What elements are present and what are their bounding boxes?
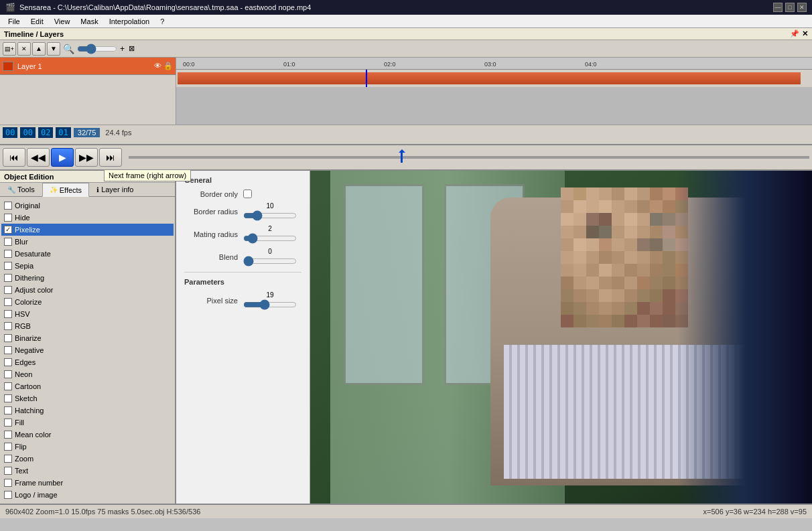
close-timeline-icon[interactable]: ✕ [802,29,808,38]
effect-item-negative[interactable]: Negative [1,344,174,356]
menu-file[interactable]: File [3,16,25,27]
move-down-button[interactable]: ▼ [47,42,60,56]
window-title: Sensarea - C:\Users\Caliban\AppData\Roam… [19,3,311,11]
effect-item-sepia[interactable]: Sepia [1,260,174,272]
layer-visibility-icon[interactable]: 👁 [154,62,161,70]
effect-item-sketch[interactable]: Sketch [1,392,174,404]
effect-item-blur[interactable]: Blur [1,236,174,248]
maximize-button[interactable]: □ [785,3,795,12]
effect-checkbox-hsv[interactable] [4,310,12,318]
effect-item-flip[interactable]: Flip [1,441,174,453]
effect-item-neon[interactable]: Neon [1,368,174,380]
effect-item-colorize[interactable]: Colorize [1,296,174,308]
effect-item-edges[interactable]: Edges [1,356,174,368]
effect-checkbox-frame-number[interactable] [4,479,12,487]
svg-rect-86 [637,289,650,302]
effect-item-hide[interactable]: Hide [1,212,174,224]
effect-item-original[interactable]: Original [1,200,174,212]
effect-checkbox-sketch[interactable] [4,394,12,402]
tab-layer-info[interactable]: ℹ Layer info [89,183,141,196]
menu-mask[interactable]: Mask [75,16,103,27]
effect-item-zoom[interactable]: Zoom [1,453,174,465]
border-only-checkbox[interactable] [243,189,252,198]
effect-item-mean-color[interactable]: Mean color [1,429,174,441]
effect-checkbox-fill[interactable] [4,419,12,427]
effect-checkbox-zoom[interactable] [4,455,12,463]
effect-item-dithering[interactable]: Dithering [1,272,174,284]
svg-rect-48 [663,238,675,251]
scrubber-handle[interactable] [401,152,403,163]
effect-item-text[interactable]: Text [1,465,174,477]
zoom-in-icon[interactable]: + [119,44,126,54]
effect-checkbox-sepia[interactable] [4,262,12,270]
go-last-button[interactable]: ⏭ [99,148,122,167]
tab-effects[interactable]: ✨ Effects [42,183,89,197]
layer-row[interactable]: Layer 1 👁 🔒 [0,58,176,75]
menu-view[interactable]: View [49,16,76,27]
effect-checkbox-flip[interactable] [4,443,12,451]
timeline-track[interactable]: 00:0 01:0 02:0 03:0 04:0 [176,58,812,125]
effect-checkbox-blur[interactable] [4,238,12,246]
effect-item-desaturate[interactable]: Desaturate [1,248,174,260]
svg-rect-67 [650,264,663,277]
go-prev-button[interactable]: ◀◀ [27,148,50,167]
fit-zoom-icon[interactable]: ⊠ [127,44,136,53]
effect-item-adjust-color[interactable]: Adjust color [1,284,174,296]
timeline-zoom-slider[interactable] [77,44,117,54]
tab-tools[interactable]: 🔧 Tools [0,183,42,196]
effect-checkbox-hide[interactable] [4,214,12,222]
layer-lock-icon[interactable]: 🔒 [163,62,173,70]
transport-bar: ⏮ ◀◀ ▶ ▶▶ ⏭ Next frame (right arrow) [0,145,812,171]
effect-checkbox-logo-/-image[interactable] [4,491,12,499]
effect-checkbox-dithering[interactable] [4,274,12,282]
effect-checkbox-rgb[interactable] [4,322,12,330]
effect-checkbox-colorize[interactable] [4,298,12,306]
menu-edit[interactable]: Edit [25,16,49,27]
params-section-title: Parameters [184,278,301,286]
mating-radius-slider[interactable] [243,233,297,244]
effect-checkbox-text[interactable] [4,467,12,475]
effect-item-frame-number[interactable]: Frame number [1,477,174,489]
effect-checkbox-cartoon[interactable] [4,382,12,390]
effect-checkbox-neon[interactable] [4,370,12,378]
svg-rect-1 [573,187,586,200]
menu-interpolation[interactable]: Interpolation [104,16,155,27]
close-button[interactable]: ✕ [797,3,807,12]
go-next-button[interactable]: ▶▶ [75,148,98,167]
effect-item-binarize[interactable]: Binarize [1,332,174,344]
effect-checkbox-desaturate[interactable] [4,250,12,258]
play-button[interactable]: ▶ [51,148,74,167]
effect-item-rgb[interactable]: RGB [1,320,174,332]
effect-checkbox-adjust-color[interactable] [4,286,12,294]
effect-checkbox-edges[interactable] [4,358,12,366]
layer-list: Layer 1 👁 🔒 [0,58,176,125]
playhead[interactable] [366,70,367,87]
scrubber-track[interactable] [129,156,809,159]
add-layer-button[interactable]: ▤+ [3,42,16,56]
menu-help[interactable]: ? [155,16,170,27]
timeline-toolbar: ▤+ ✕ ▲ ▼ 🔍 + ⊠ [0,40,812,58]
effect-checkbox-pixelize[interactable] [4,226,12,234]
border-radius-slider[interactable] [243,210,297,221]
effect-checkbox-mean-color[interactable] [4,431,12,439]
effect-checkbox-original[interactable] [4,202,12,210]
move-up-button[interactable]: ▲ [32,42,46,56]
zoom-out-icon[interactable]: 🔍 [62,44,76,54]
blend-slider[interactable] [243,256,297,267]
app-icon: 🎬 [5,3,15,12]
effect-item-hsv[interactable]: HSV [1,308,174,320]
effect-item-cartoon[interactable]: Cartoon [1,380,174,392]
effect-item-pixelize[interactable]: Pixelize [1,224,174,236]
delete-layer-button[interactable]: ✕ [17,42,31,56]
effect-checkbox-hatching[interactable] [4,406,12,414]
effect-item-hatching[interactable]: Hatching [1,404,174,416]
effect-item-fill[interactable]: Fill [1,416,174,429]
minimize-button[interactable]: — [773,3,783,12]
effect-checkbox-binarize[interactable] [4,334,12,342]
svg-rect-46 [637,238,650,251]
pin-icon[interactable]: 📌 [790,29,799,38]
go-first-button[interactable]: ⏮ [3,148,25,167]
effect-checkbox-negative[interactable] [4,346,12,354]
effect-item-logo-/-image[interactable]: Logo / image [1,489,174,501]
pixel-size-slider[interactable] [243,299,297,310]
